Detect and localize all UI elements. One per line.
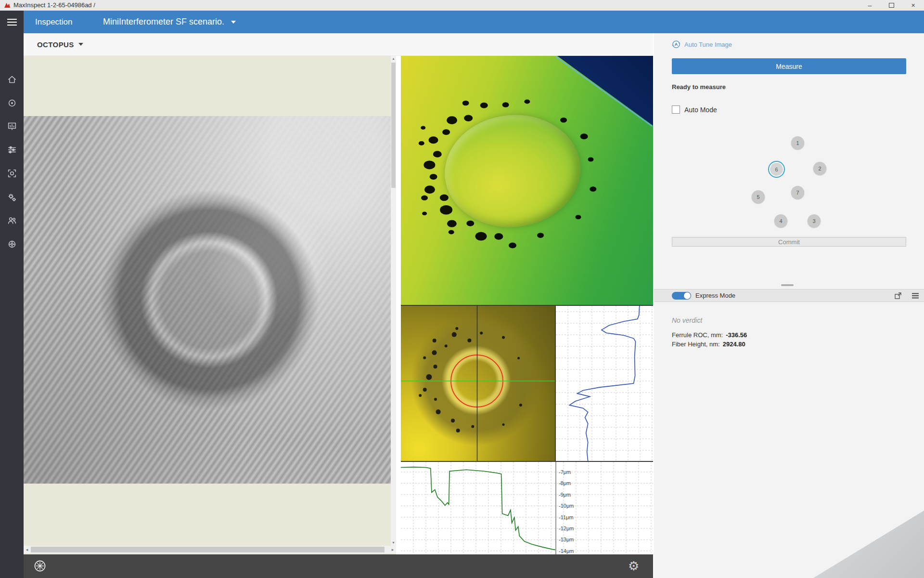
commit-button[interactable]: Commit [672,237,906,247]
window-controls: – × [859,0,924,11]
auto-tune-icon: A [672,40,680,49]
y-axis-tick: -10μm [559,503,574,509]
y-axis-tick: -9μm [559,492,571,498]
home-icon [7,74,17,85]
map-overlay [401,306,555,461]
express-mode-bar: Express Mode [654,289,924,302]
sidebar-item-users[interactable] [6,215,18,226]
resize-corner[interactable] [813,511,924,578]
analysis-quadrant: -7μm-8μm-9μm-10μm-11μm-12μm-13μm-14μm [401,305,653,554]
window-title: MaxInspect 1-2-65-04986ad / [13,0,95,11]
y-axis-tick: -12μm [559,525,574,531]
snapshot-icon [7,168,17,179]
position-circle-6[interactable]: 6 [769,162,784,177]
scroll-down-icon[interactable]: ▾ [391,540,396,546]
surface-3d-view[interactable] [401,56,653,305]
maximize-button[interactable] [881,0,902,11]
horizontal-profile-chart: -7μm-8μm-9μm-10μm-11μm-12μm-13μm-14μm [401,462,653,554]
status-bar: ⚙ [24,554,653,578]
horizontal-scrollbar[interactable]: ◂ ▸ [24,546,396,553]
vscroll-thumb[interactable] [391,63,396,188]
sidebar-item-report[interactable] [6,120,18,132]
vertical-scrollbar[interactable]: ▴ ▾ [391,56,396,546]
list-menu-icon[interactable] [911,291,920,300]
tune-icon [7,144,17,155]
splitter-grip[interactable] [781,284,794,286]
sidebar-item-snapshot[interactable] [6,168,18,179]
position-circle-4[interactable]: 4 [774,214,787,227]
position-circle-3[interactable]: 3 [808,214,821,227]
open-in-new-icon[interactable] [894,291,902,300]
y-axis-tick: -14μm [559,548,574,554]
process-wheel-icon[interactable] [34,560,46,572]
sidebar [0,33,24,578]
scroll-right-icon[interactable]: ▸ [389,546,396,553]
scenario-dropdown[interactable]: MiniInterferometer SF scenario. [103,11,236,33]
wheel-icon [7,239,17,250]
position-circle-2[interactable]: 2 [813,162,826,175]
minimize-button[interactable]: – [859,0,881,11]
toggle-knob [684,292,691,299]
position-circle-1[interactable]: 1 [791,136,804,149]
auto-tune-label: Auto Tune Image [684,41,732,48]
measure-button[interactable]: Measure [672,58,906,74]
status-text: Ready to measure [672,83,726,91]
chevron-down-icon[interactable] [78,43,83,46]
auto-mode-row: Auto Mode [672,105,717,114]
result-fiber-height: Fiber Height, nm:2924.80 [672,341,745,348]
main-area: OCTOPUS ▴ ▾ ◂ ▸ [24,33,653,578]
sidebar-item-settings[interactable] [6,192,18,203]
measurement-views: -7μm-8μm-9μm-10μm-11μm-12μm-13μm-14μm [401,56,653,554]
gear-icon[interactable]: ⚙ [628,557,639,575]
express-mode-label: Express Mode [695,289,735,302]
hamburger-icon [7,19,17,20]
y-axis-tick: -7μm [559,469,571,475]
svg-text:A: A [675,42,678,47]
report-icon [7,121,17,131]
app-logo-icon [4,2,11,9]
header-bar: Inspection MiniInterferometer SF scenari… [0,11,924,33]
chevron-down-icon [231,21,236,24]
titlebar: MaxInspect 1-2-65-04986ad / – × [0,0,924,11]
tab-inspection[interactable]: Inspection [35,11,73,33]
target-icon [7,98,17,108]
sidebar-item-target[interactable] [6,97,18,109]
control-panel: A Auto Tune Image Measure Ready to measu… [654,33,924,578]
hscroll-thumb[interactable] [31,547,385,552]
gears-icon [7,192,17,203]
result-ferrule-roc: Ferrule ROC, mm:-336.56 [672,331,747,339]
maximize-icon [889,3,894,8]
auto-tune-button[interactable]: A Auto Tune Image [672,40,732,49]
scroll-left-icon[interactable]: ◂ [24,546,30,553]
y-axis-tick: -8μm [559,480,571,486]
interferogram-viewer: ▴ ▾ ◂ ▸ [24,56,396,554]
scroll-up-icon[interactable]: ▴ [391,56,396,62]
defect-overlay [401,56,653,305]
y-axis-tick: -13μm [559,537,574,542]
position-circle-7[interactable]: 7 [791,186,804,199]
sidebar-item-tune[interactable] [6,144,18,156]
vertical-profile-chart [556,306,653,462]
sidebar-item-wheel[interactable] [6,238,18,250]
menu-button[interactable] [0,11,24,33]
camera-select[interactable]: OCTOPUS [37,40,74,49]
users-icon [7,215,17,226]
camera-select-bar: OCTOPUS [24,33,653,56]
verdict-text: No verdict [672,316,702,324]
height-map-view[interactable] [401,306,556,462]
auto-mode-checkbox[interactable] [672,105,680,114]
app-window: MaxInspect 1-2-65-04986ad / – × Inspecti… [0,0,924,578]
sidebar-item-home[interactable] [6,74,18,85]
fringe-image [24,116,391,484]
auto-mode-label: Auto Mode [684,106,717,114]
close-button[interactable]: × [902,0,924,11]
position-circle-5[interactable]: 5 [752,190,765,203]
express-toggle[interactable] [672,292,691,300]
scenario-label: MiniInterferometer SF scenario. [103,17,224,27]
y-axis-tick: -11μm [559,514,574,520]
